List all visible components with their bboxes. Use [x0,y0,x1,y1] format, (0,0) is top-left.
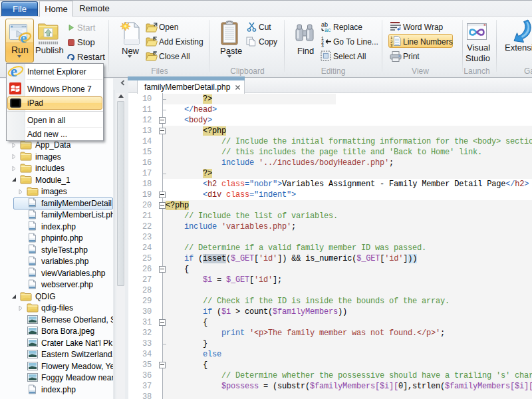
svg-text:e: e [11,64,17,79]
svg-text:ac: ac [325,27,331,33]
svg-text:3: 3 [321,44,324,47]
svg-text:3: 3 [390,43,393,47]
